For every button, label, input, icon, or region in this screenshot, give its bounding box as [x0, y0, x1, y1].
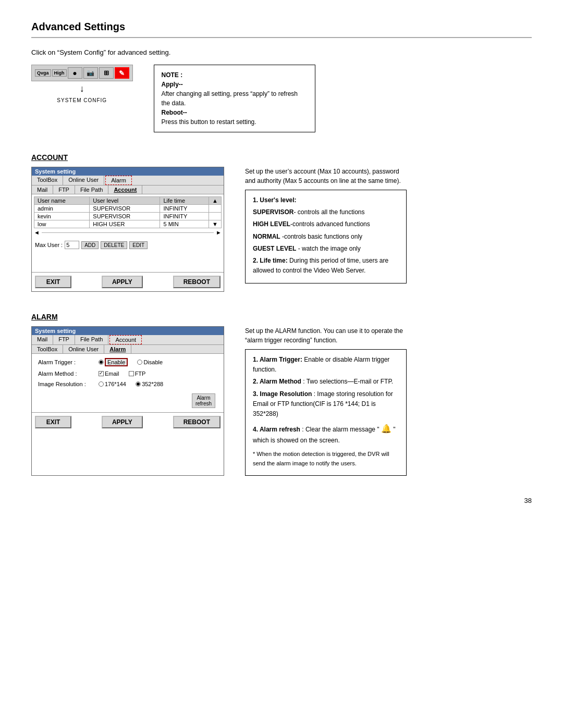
- alarm-tab-ftp[interactable]: FTP: [53, 335, 75, 344]
- tab-mail[interactable]: Mail: [32, 186, 53, 194]
- email-label: Email: [105, 371, 119, 377]
- lifetime-label: 2. Life time:: [253, 257, 288, 264]
- tab-ftp[interactable]: FTP: [53, 186, 75, 194]
- email-checkbox[interactable]: [99, 371, 104, 376]
- alarm-tab-filepath[interactable]: File Path: [75, 335, 108, 344]
- alarm-trigger-row: Alarm Trigger : Enable Disable: [34, 356, 222, 368]
- alarm-tabs-row1: Mail FTP File Path Account: [32, 335, 224, 345]
- enable-label: Enable: [105, 358, 128, 366]
- disable-option[interactable]: Disable: [137, 359, 163, 365]
- table-row: admin SUPERVISOR INFINITY: [34, 205, 222, 213]
- delete-button[interactable]: DELETE: [101, 241, 127, 249]
- tab-online-user[interactable]: Online User: [63, 176, 104, 185]
- supervisor-label: SUPERVISOR: [253, 208, 293, 216]
- apply-button[interactable]: APPLY: [102, 276, 143, 288]
- alarm-reboot-button[interactable]: REBOOT: [173, 416, 221, 428]
- alarm-refresh-info: : Clear the alarm message ": [302, 426, 379, 433]
- intro-text: Click on “System Config” for advanced se…: [31, 48, 532, 56]
- reboot-button[interactable]: REBOOT: [173, 276, 221, 288]
- tab-file-path[interactable]: File Path: [75, 186, 108, 194]
- alarm-right-column: Set up the ALARM function. You can use i…: [245, 326, 532, 476]
- toolbar-btn-grid[interactable]: ⊞: [99, 67, 114, 79]
- page-number: 38: [524, 497, 532, 504]
- tab-toolbox[interactable]: ToolBox: [32, 176, 63, 185]
- res-352-option[interactable]: 352*288: [136, 381, 163, 387]
- account-tabs-row1: ToolBox Online User Alarm: [32, 176, 224, 186]
- alarm-trigger-heading: 1. Alarm Trigger:: [253, 356, 302, 363]
- account-panel-title: System setting: [32, 167, 224, 176]
- alarm-tab-alarm[interactable]: Alarm: [104, 345, 131, 353]
- tab-account[interactable]: Account: [108, 186, 142, 194]
- cell-userlevel: SUPERVISOR: [90, 205, 160, 213]
- alarm-tab-account[interactable]: Account: [109, 335, 142, 344]
- max-user-label: Max User :: [35, 242, 63, 248]
- enable-radio[interactable]: [99, 360, 104, 365]
- edit-button[interactable]: EDIT: [129, 241, 148, 249]
- arrow-down-icon: ↓: [80, 83, 84, 94]
- ftp-label: FTP: [135, 371, 146, 377]
- supervisor-text: - controls all the functions: [293, 208, 364, 216]
- alarm-tab-toolbox[interactable]: ToolBox: [32, 345, 63, 353]
- users-level-label: 1. User's level:: [253, 196, 297, 204]
- disable-radio[interactable]: [137, 360, 142, 365]
- tab-alarm[interactable]: Alarm: [105, 176, 132, 185]
- res-352-radio[interactable]: [136, 381, 141, 387]
- exit-button[interactable]: EXIT: [35, 276, 71, 288]
- image-res-heading: 3. Image Resolution: [253, 390, 312, 398]
- cell-scroll: [209, 213, 222, 220]
- res-352-label: 352*288: [142, 381, 163, 387]
- res-176-radio[interactable]: [99, 381, 104, 387]
- toolbar-area: Qvga High ● 📷 ⊞ ✎ ↓ SYSTEM CONFIG: [31, 65, 133, 103]
- ftp-option[interactable]: FTP: [129, 371, 146, 377]
- table-row: kevin SUPERVISOR INFINITY: [34, 213, 222, 220]
- res-176-label: 176*144: [105, 381, 126, 387]
- apply-label: Apply--: [162, 81, 183, 88]
- toolbar-btn-camera[interactable]: 📷: [83, 67, 98, 79]
- ftp-checkbox[interactable]: [129, 371, 134, 376]
- toolbar-btn-circle[interactable]: ●: [68, 67, 82, 79]
- alarm-trigger-label: Alarm Trigger :: [38, 359, 95, 365]
- alarm-info-box: 1. Alarm Trigger: Enable or disable Alar…: [245, 349, 407, 476]
- cell-lifetime: INFINITY: [160, 213, 209, 220]
- account-tabs-row2: Mail FTP File Path Account: [32, 186, 224, 194]
- reboot-text: Press this button to restart setting.: [162, 118, 256, 126]
- alarm-exit-button[interactable]: EXIT: [35, 416, 71, 428]
- add-button[interactable]: ADD: [81, 241, 99, 249]
- alarm-method-row: Alarm Method : Email FTP: [34, 368, 222, 379]
- disable-label: Disable: [143, 359, 163, 365]
- account-bottom-btns: EXIT APPLY REBOOT: [32, 272, 224, 291]
- normal-text: -controls basic functions only: [280, 233, 362, 240]
- page-title: Advanced Settings: [31, 21, 532, 38]
- alarm-icon: 🔔: [381, 424, 391, 433]
- res-176-option[interactable]: 176*144: [99, 381, 126, 387]
- account-table: User name User level Life time ▲ admin S…: [34, 196, 222, 228]
- account-right-column: Set up the user’s account (Max 10 accoun…: [245, 167, 532, 292]
- alarm-tab-online-user[interactable]: Online User: [63, 345, 104, 353]
- email-option[interactable]: Email: [99, 371, 119, 377]
- qvga-label: Qvga: [35, 69, 51, 77]
- guest-text: - watch the image only: [296, 245, 360, 252]
- alarm-bottom-btns: EXIT APPLY REBOOT: [32, 412, 224, 431]
- alarm-form: Alarm Trigger : Enable Disable Alarm Met…: [32, 354, 224, 412]
- col-scroll: ▲: [209, 197, 222, 205]
- cell-userlevel: HIGH USER: [90, 220, 160, 228]
- alarm-tab-mail[interactable]: Mail: [32, 335, 53, 344]
- alarm-panel: System setting Mail FTP File Path Accoun…: [31, 326, 224, 476]
- alarm-info-text: Set up the ALARM function. You can use i…: [245, 326, 407, 345]
- alarm-method-info: : Two selections—E-mail or FTP.: [303, 378, 393, 385]
- cell-username: kevin: [34, 213, 90, 220]
- system-config-btn[interactable]: ✎: [115, 67, 129, 79]
- alarm-refresh-button[interactable]: Alarmrefresh: [192, 393, 215, 408]
- max-user-input[interactable]: [65, 241, 79, 249]
- alarm-panel-title: System setting: [32, 327, 224, 335]
- enable-option[interactable]: Enable: [99, 358, 128, 366]
- account-panel: System setting ToolBox Online User Alarm…: [31, 167, 224, 292]
- guest-label: GUEST LEVEL: [253, 245, 296, 252]
- table-row: low HIGH USER 5 MIN ▼: [34, 220, 222, 228]
- alarm-apply-button[interactable]: APPLY: [102, 416, 143, 428]
- alarm-refresh-heading: 4. Alarm refresh: [253, 426, 300, 433]
- toolbar-image: Qvga High ● 📷 ⊞ ✎: [31, 65, 133, 81]
- cell-scroll: ▼: [209, 220, 222, 228]
- account-info-text: Set up the user’s account (Max 10 accoun…: [245, 167, 407, 186]
- cell-userlevel: SUPERVISOR: [90, 213, 160, 220]
